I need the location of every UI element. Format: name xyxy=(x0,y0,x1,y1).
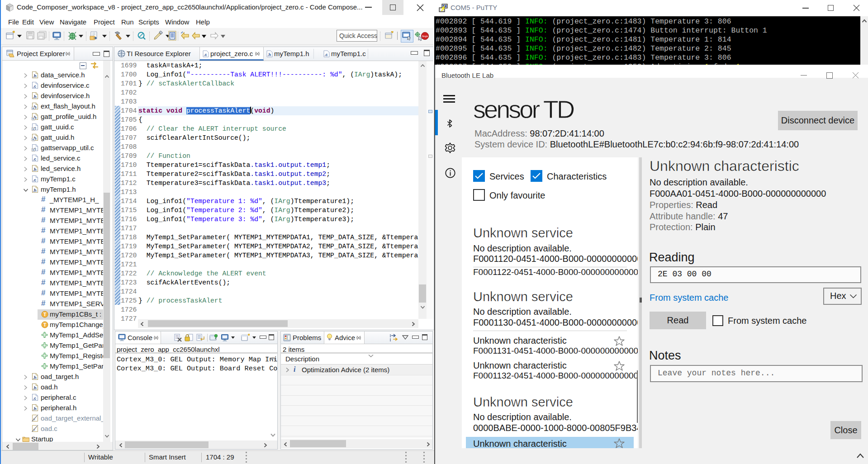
svg-text:.c: .c xyxy=(325,52,328,57)
svg-text:T: T xyxy=(43,312,47,317)
svg-text:.h: .h xyxy=(268,52,271,57)
svg-text:.h: .h xyxy=(33,407,37,411)
svg-text:.h: .h xyxy=(33,386,37,390)
svg-text:Single: Single xyxy=(422,35,428,38)
svg-text:.c: .c xyxy=(33,157,37,161)
svg-text:.h: .h xyxy=(33,167,37,172)
svg-text:.c: .c xyxy=(33,84,37,89)
svg-text:.c: .c xyxy=(33,396,37,401)
svg-text:T: T xyxy=(43,322,47,327)
svg-text:.c: .c xyxy=(33,178,37,182)
svg-text:.c: .c xyxy=(204,52,207,57)
svg-text:.h: .h xyxy=(33,74,37,78)
svg-text:.h: .h xyxy=(33,188,37,193)
svg-text:.h: .h xyxy=(33,375,37,380)
svg-text:.h: .h xyxy=(33,95,37,99)
